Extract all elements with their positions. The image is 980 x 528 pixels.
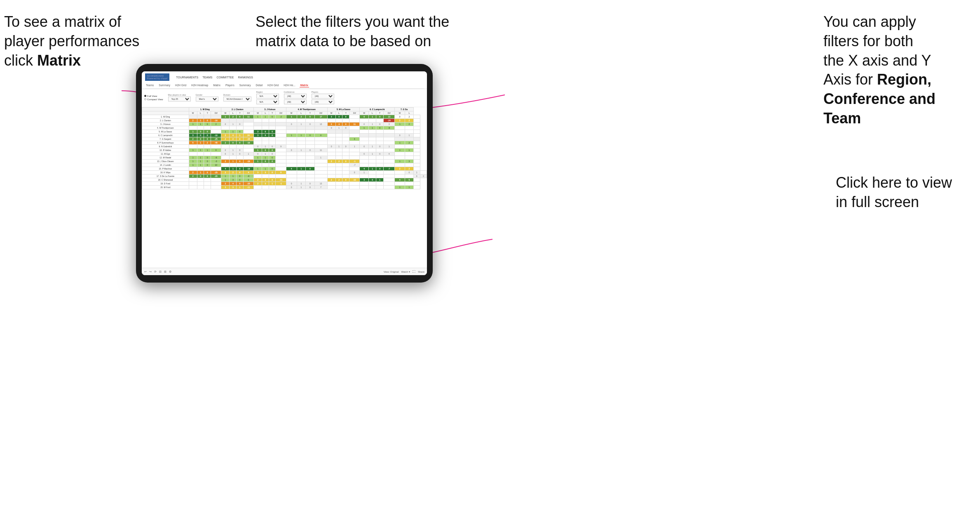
- toolbar-zoom-out[interactable]: ⊟: [159, 270, 162, 273]
- toolbar-zoom-in[interactable]: ⊞: [164, 270, 166, 273]
- toolbar-settings[interactable]: ⚙: [169, 270, 171, 273]
- matrix-cell: [405, 174, 414, 178]
- matrix-cell: [342, 137, 349, 141]
- matrix-cell: 1: [254, 160, 262, 163]
- matrix-cell: [297, 145, 305, 148]
- sub-nav-h2h-grid[interactable]: H2H Grid: [174, 83, 187, 87]
- matrix-cell: [327, 186, 335, 189]
- matrix-cell: [327, 174, 335, 178]
- matrix-cell: [276, 156, 286, 160]
- matrix-cell: [297, 178, 305, 182]
- conference-select2[interactable]: (All): [284, 99, 307, 104]
- toolbar-watch-label[interactable]: Watch ▾: [401, 270, 410, 273]
- player-name-cell: 5. M La Sasso: [142, 130, 189, 134]
- matrix-cell: 1: [297, 186, 305, 189]
- toolbar-view-label[interactable]: View: Original: [384, 271, 399, 273]
- matrix-cell: [360, 130, 369, 134]
- nav-teams[interactable]: TEAMS: [202, 75, 212, 80]
- matrix-cell: 0: [262, 160, 269, 163]
- toolbar-undo[interactable]: ↩: [144, 270, 147, 273]
- gender-select[interactable]: Men's: [196, 97, 218, 101]
- matrix-cell: 3: [254, 134, 262, 137]
- toolbar-refresh[interactable]: ⟳: [154, 270, 157, 273]
- matrix-cell: [276, 167, 286, 171]
- toolbar-share-label[interactable]: Share: [418, 271, 424, 273]
- radio-label-compact: Compact View: [147, 98, 163, 101]
- matrix-cell: [376, 182, 384, 186]
- matrix-cell: [342, 182, 349, 186]
- matrix-cell: [211, 130, 221, 134]
- radio-compact-view[interactable]: Compact View: [144, 98, 163, 101]
- matrix-cell: [342, 171, 349, 174]
- players-select2[interactable]: (All): [312, 99, 334, 104]
- sub-nav-h2h-grid2[interactable]: H2H Grid: [267, 83, 279, 87]
- matrix-cell: 1: [189, 163, 197, 167]
- matrix-cell: [286, 174, 297, 178]
- nav-tournaments[interactable]: TOURNAMENTS: [176, 75, 198, 80]
- matrix-cell: [349, 126, 360, 130]
- matrix-cell: [276, 137, 286, 141]
- matrix-cell: -6: [211, 156, 221, 160]
- matrix-cell: 1: [384, 145, 395, 148]
- matrix-cell: [335, 141, 342, 145]
- toolbar-redo[interactable]: ↪: [149, 270, 152, 273]
- matrix-cell: [342, 119, 349, 123]
- toolbar-screen-icon[interactable]: ⛶: [413, 270, 415, 273]
- matrix-cell: [349, 141, 360, 145]
- sub-nav-summary2[interactable]: Summary: [239, 83, 252, 87]
- matrix-cell: 1: [230, 174, 237, 178]
- conference-select[interactable]: (All): [284, 94, 307, 99]
- scoreboard-header: SCOREBOARD Powered by clippd TOURNAMENTS…: [142, 71, 427, 89]
- matrix-cell: [413, 148, 420, 152]
- matrix-cell: [314, 171, 327, 174]
- sub-nav-h2h-he[interactable]: H2H He...: [283, 83, 296, 87]
- matrix-cell: 0: [197, 134, 204, 137]
- table-row: 8. P Summerhays512-45200-1612: [142, 141, 427, 145]
- matrix-cell: [376, 148, 384, 152]
- matrix-cell: [243, 163, 253, 167]
- matrix-cell: [297, 141, 305, 145]
- sub-nav-summary[interactable]: Summary: [158, 83, 171, 87]
- region-select[interactable]: N/A: [256, 94, 279, 99]
- matrix-cell: 1: [197, 148, 204, 152]
- matrix-cell: [335, 171, 342, 174]
- matrix-cell: -3: [211, 160, 221, 163]
- matrix-cell: [342, 163, 349, 167]
- max-players-select[interactable]: Top 25: [168, 97, 191, 101]
- matrix-cell: 0: [237, 115, 244, 119]
- matrix-cell: [276, 160, 286, 163]
- matrix-cell: [335, 186, 342, 189]
- matrix-cell: [369, 141, 376, 145]
- matrix-cell: 24: [243, 134, 253, 137]
- player-name-cell: 20. M Ford: [142, 186, 189, 189]
- matrix-cell: [335, 119, 342, 123]
- matrix-cell: 0: [306, 186, 314, 189]
- sub-nav-matrix[interactable]: Matrix: [212, 83, 221, 87]
- matrix-cell: [349, 174, 360, 178]
- radio-full-view[interactable]: Full View: [144, 95, 163, 97]
- region-select2[interactable]: N/A: [256, 99, 279, 104]
- wlt-d1: Dif: [211, 111, 221, 115]
- nav-rankings[interactable]: RANKINGS: [238, 75, 253, 80]
- sub-nav-detail[interactable]: Detail: [255, 83, 263, 87]
- matrix-cell: [297, 119, 305, 123]
- wlt-d5: Dif: [349, 111, 360, 115]
- players-select[interactable]: (All): [312, 94, 334, 99]
- matrix-cell: [286, 171, 297, 174]
- sub-nav-teams[interactable]: Teams: [145, 83, 155, 87]
- division-select[interactable]: NCAA Division I: [223, 97, 251, 101]
- sub-nav-matrix2[interactable]: Matrix: [300, 83, 309, 87]
- matrix-cell: [360, 186, 369, 189]
- sub-nav-h2h-heatmap[interactable]: H2H Heatmap: [190, 83, 209, 87]
- wlt-l5: L: [335, 111, 342, 115]
- matrix-cell: [276, 119, 286, 123]
- matrix-cell: 1: [189, 123, 197, 126]
- matrix-cell: [306, 178, 314, 182]
- nav-committee[interactable]: COMMITTEE: [216, 75, 234, 80]
- matrix-cell: 17: [314, 115, 327, 119]
- matrix-cell: [276, 134, 286, 137]
- sub-nav-players[interactable]: Players: [225, 83, 235, 87]
- matrix-cell: 0: [360, 115, 369, 119]
- matrix-cell: [314, 130, 327, 134]
- matrix-cell: [297, 163, 305, 167]
